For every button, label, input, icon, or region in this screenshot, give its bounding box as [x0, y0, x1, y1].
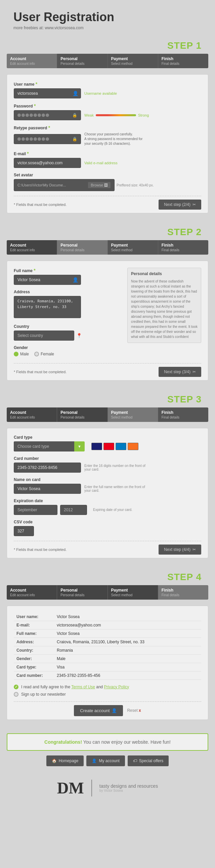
step1-section: STEP 1 Account Edit account info Persona… [0, 37, 215, 223]
personal-details-title: Personal details [131, 271, 197, 276]
cardtype-select[interactable]: Choose card type [14, 441, 74, 452]
email-input[interactable] [14, 158, 81, 168]
review-label: Full name: [14, 629, 54, 638]
nameoncard-input-row: Enter the full name written on the front… [14, 484, 201, 494]
home-icon: 🏠 [52, 758, 57, 763]
table-row: Card number:2345-3782-2355-85-456 [14, 671, 201, 680]
password-input[interactable]: 🔒 [14, 110, 81, 120]
gender-female-option[interactable]: Female [34, 352, 54, 356]
step2-next-button[interactable]: Next step (3/4) ✂ [159, 367, 201, 377]
review-value: Visa [54, 663, 201, 671]
mastercard-icon [103, 443, 114, 450]
expiry-row: September 2012 Expiring date of your car… [14, 505, 201, 515]
pw-dot [46, 114, 49, 117]
pw-dot [22, 137, 25, 141]
progress-finish: Finish Final details [158, 54, 208, 68]
location-icon: 📍 [76, 333, 82, 338]
required-note2: * Fields that must be completed. [14, 370, 66, 374]
gender-male-option[interactable]: Male [14, 352, 29, 356]
specialoffers-button[interactable]: 🏷 Special offers [128, 755, 169, 766]
step3-progress: Account Edit account info Personal Perso… [7, 407, 208, 422]
expiry-month-select[interactable]: September [14, 505, 57, 515]
step3-section: STEP 3 Account Edit account info Persona… [0, 391, 215, 568]
nameoncard-note: Enter the full name written on the front… [84, 485, 152, 492]
email-input-row: Valid e-mail address [14, 158, 201, 168]
fullname-input[interactable] [14, 275, 81, 285]
progress4-finish: Finish Final details [158, 585, 208, 599]
pw-dot [34, 114, 37, 117]
pw-dot [26, 137, 29, 141]
step1-next-button[interactable]: Next step (2/4) ✂ [159, 199, 201, 210]
table-row: User name:Victor Sosea [14, 613, 201, 621]
cardtype-row: Choose card type ▼ [14, 441, 201, 452]
username-input[interactable] [14, 88, 81, 98]
newsletter-checkbox[interactable] [14, 692, 19, 697]
avatar-path: C:\Users\Victor\My Docume... [18, 183, 85, 187]
agree-checkbox[interactable]: ✓ [14, 685, 19, 689]
table-row: Address:Craiova, Romania, 231100, Libert… [14, 638, 201, 646]
country-select[interactable]: Select country [14, 331, 74, 341]
review-label: Country: [14, 646, 54, 654]
cardnumber-input[interactable] [14, 463, 81, 473]
review-value: Victor Sosea [54, 613, 201, 621]
progress4-payment: Payment Select method [108, 585, 158, 599]
card-arrow-icon: ▼ [74, 441, 85, 452]
terms-link[interactable]: Terms of Use [71, 685, 95, 689]
fullname-input-wrapper: 👤 [14, 275, 81, 285]
progress-finish-sub: Final details [161, 62, 205, 65]
female-label: Female [41, 352, 54, 356]
create-account-button[interactable]: Create account 👤 [74, 705, 123, 716]
progress-payment-title: Payment [111, 56, 155, 61]
cardnumber-group: Card number Enter the 16 digits number o… [14, 456, 201, 473]
weak-label: Weak [84, 113, 94, 117]
cardtype-select-wrapper: Choose card type ▼ [14, 441, 85, 452]
avatar-input-row: C:\Users\Victor\My Docume... Browse 🖼 Pr… [14, 179, 201, 191]
homepage-button[interactable]: 🏠 Homepage [47, 755, 84, 766]
myaccount-button[interactable]: 👤 My account [86, 755, 125, 766]
cardtype-group: Card type Choose card type ▼ [14, 435, 201, 452]
review-table: User name:Victor SoseaE-mail:victorsosea… [14, 613, 201, 680]
retype-input[interactable]: 🔒 [14, 134, 81, 144]
avatar-file-input: C:\Users\Victor\My Docume... Browse 🖼 [14, 179, 115, 191]
progress-account-title: Account [10, 56, 54, 61]
table-row: Full name:Victor Sosea [14, 629, 201, 638]
review-label: Card number: [14, 671, 54, 680]
email-status: Valid e-mail address [84, 161, 118, 165]
step4-section: STEP 4 Account Edit account info Persona… [0, 568, 215, 730]
csv-label: CSV code [14, 520, 201, 524]
csv-input[interactable] [14, 526, 34, 536]
required-note: * Fields that must be completed. [14, 203, 66, 207]
nameoncard-input[interactable] [14, 484, 81, 494]
progress4-account: Account Edit account info [7, 585, 57, 599]
progress3-account: Account Edit account info [7, 407, 57, 422]
pw-dot [38, 137, 41, 141]
expiry-year-select[interactable]: 2012 [60, 505, 87, 515]
gender-group: Gender Male Female [14, 345, 122, 356]
step4-progress: Account Edit account info Personal Perso… [7, 585, 208, 599]
pw-dot [30, 114, 33, 117]
privacy-link[interactable]: Privacy Policy [104, 685, 129, 689]
password-strength: Weak Strong [84, 113, 149, 117]
newsletter-text: Sign up to our newsletter [21, 692, 66, 697]
progress-payment: Payment Select method [108, 54, 158, 68]
pw-dot [38, 114, 41, 117]
cardtype-label: Card type [14, 435, 201, 440]
step4-bottom-btns: Create account 👤 Reset x [14, 702, 201, 716]
step3-next-button[interactable]: Next step (4/4) ✂ [159, 545, 201, 555]
country-select-row: Select country 📍 [14, 331, 122, 341]
progress2-payment: Payment Select method [108, 240, 158, 255]
progress3-payment: Payment Select method [108, 407, 158, 422]
step4-label: STEP 4 [7, 568, 208, 585]
browse-button[interactable]: Browse 🖼 [88, 182, 111, 188]
step1-footer: * Fields that must be completed. Next st… [14, 196, 201, 210]
reset-button[interactable]: Reset x [127, 708, 141, 713]
logo-right: tasty designs and resources by Victor So… [99, 783, 158, 793]
address-input[interactable]: Craiova, Romania, 231100, Liberty Street… [14, 296, 81, 318]
page-title: User Registration [13, 10, 202, 24]
review-label: Address: [14, 638, 54, 646]
country-group: Country Select country 📍 [14, 324, 122, 341]
pw-dot [30, 137, 33, 141]
password-group: Password * 🔒 Weak Strong [14, 103, 201, 120]
strength-bar [96, 114, 136, 116]
progress2-personal: Personal Personal details [57, 240, 108, 255]
